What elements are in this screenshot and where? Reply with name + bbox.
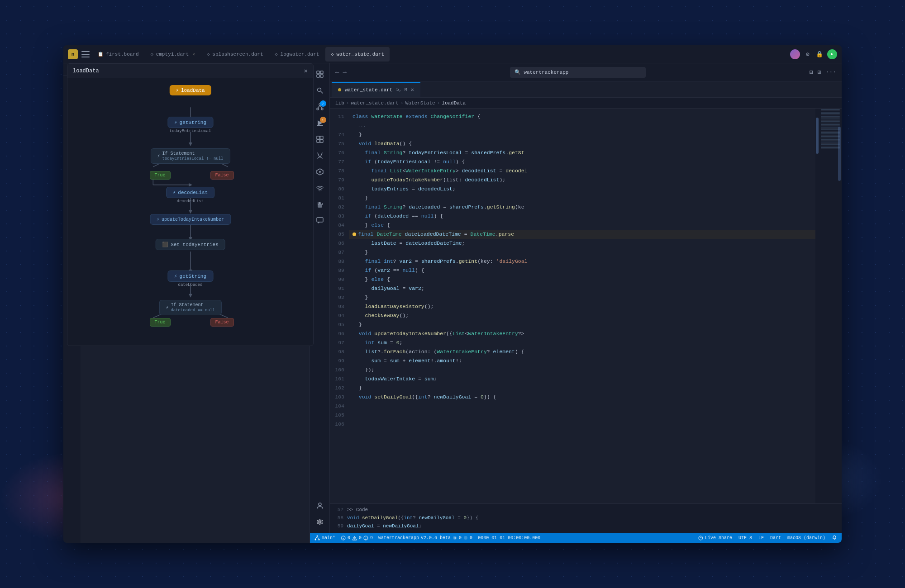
status-app-name[interactable]: watertrackerapp v2.0.6-beta 0 0 0	[378, 536, 472, 541]
node-ifStmt2[interactable]: ⚡ If Statement dateLoaded == null	[159, 300, 221, 315]
status-errors[interactable]: ✕ 0 ! 0 i 9	[341, 536, 373, 541]
status-language[interactable]: Dart	[770, 536, 781, 541]
sidebar-icon-settings[interactable]	[313, 515, 327, 529]
sidebar-icon-explorer[interactable]	[313, 67, 327, 81]
status-branch[interactable]: main*	[314, 535, 335, 541]
node-start-box[interactable]: ⚡ loadData	[169, 85, 211, 95]
tab-empty1[interactable]: ◇ empty1.dart ✕	[145, 47, 201, 62]
settings-icon-btn[interactable]: ⚙	[804, 50, 812, 58]
rcode-90: if (var2 == null) {	[349, 266, 815, 275]
user-avatar[interactable]	[790, 49, 800, 59]
sidebar-icon-source-control[interactable]: 7	[313, 100, 327, 114]
status-platform[interactable]: macOS (darwin)	[787, 536, 825, 541]
sidebar-icon-wifi[interactable]	[313, 181, 327, 195]
bc-lib[interactable]: lib	[335, 100, 344, 106]
rcode-102: });	[349, 365, 815, 375]
node-decodeList[interactable]: ⚡ decodeList decodedList	[166, 187, 215, 204]
rcode-85: } else {	[349, 221, 815, 230]
tab-logwater[interactable]: ◇ logwater.dart	[270, 47, 325, 62]
node-start[interactable]: ⚡ loadData	[169, 85, 211, 95]
svg-line-5	[320, 91, 322, 93]
bottom-code-text: >> Code void setDailyGoal({int? newDaily…	[347, 506, 842, 531]
false-btn-2[interactable]: False	[210, 318, 234, 327]
ifStmt2-icon: ⚡	[166, 305, 168, 310]
nav-forward-btn[interactable]: →	[343, 69, 346, 76]
status-live-share[interactable]: Live Share	[698, 536, 732, 541]
status-left: main* ✕ 0 ! 0 i 9 watertrackerapp v2.0.6…	[314, 535, 540, 541]
split-editor-icon[interactable]: ⊟	[810, 69, 813, 76]
status-encoding[interactable]: UTF-8	[738, 536, 752, 541]
sidebar-icon-chat[interactable]	[313, 213, 327, 228]
right-scrollbar[interactable]	[815, 109, 819, 503]
tab-close-1[interactable]: ✕	[192, 52, 195, 57]
more-icon[interactable]: ···	[826, 69, 836, 76]
right-topbar: ← → 🔍 watertrackerapp ⊟ ⊞ ···	[330, 63, 842, 81]
sidebar-icon-hand[interactable]	[313, 197, 327, 212]
sidebar-icon-run-debug[interactable]: 1	[313, 116, 327, 130]
node-ifStmt2-box[interactable]: ⚡ If Statement dateLoaded == null	[159, 300, 221, 315]
status-right: Live Share UTF-8 LF Dart macOS (darwin)	[698, 535, 837, 541]
bc-file[interactable]: water_state.dart	[351, 100, 399, 106]
rcode-92: dailyGoal = var2;	[349, 284, 815, 293]
rcode-103: todayWaterIntake = sum;	[349, 375, 815, 384]
tab-splashscreen[interactable]: ◇ splashscreen.dart	[201, 47, 268, 62]
search-bar[interactable]: 🔍 watertrackerapp	[510, 67, 646, 78]
getString1-icon: ⚡	[174, 119, 177, 125]
nowa-logo[interactable]: n	[68, 49, 78, 59]
bc-class[interactable]: WaterState	[405, 100, 435, 106]
rcode-104: }	[349, 384, 815, 393]
svg-line-32	[317, 537, 319, 539]
node-updateToday-box[interactable]: ⚡ updateTodayIntakeNumber	[150, 214, 231, 225]
minimap-scrollbar[interactable]	[838, 127, 841, 181]
hamburger-icon[interactable]	[81, 51, 90, 57]
node-getString1-box[interactable]: ⚡ getString	[167, 117, 213, 128]
svg-point-30	[319, 539, 320, 541]
node-getString2[interactable]: ⚡ getString dateLoaded	[167, 270, 213, 287]
node-ifStmt1[interactable]: ⚡ If Statement todayEntriesLocal != null	[150, 148, 230, 164]
node-getString2-box[interactable]: ⚡ getString	[167, 270, 213, 282]
node-setToday[interactable]: ⬛ Set todayEntries	[155, 239, 225, 250]
tab-water-state[interactable]: ◇ water_state.dart	[325, 47, 390, 62]
svg-rect-13	[317, 136, 320, 139]
layout-icon[interactable]: ⊞	[818, 69, 821, 76]
run-debug-badge: 1	[320, 117, 326, 123]
true-btn-1[interactable]: True	[150, 171, 171, 180]
node-decodeList-box[interactable]: ⚡ decodeList	[166, 187, 215, 198]
flow-content: ⚡ loadData ⚡ getString todayEntriesLocal…	[67, 78, 313, 346]
svg-rect-3	[320, 75, 323, 77]
sidebar-icon-test[interactable]	[313, 148, 327, 163]
rcode-94: loadLastDaysHistory();	[349, 302, 815, 311]
flow-close-btn[interactable]: ✕	[304, 67, 308, 75]
right-code-content: class WaterState extends ChangeNotifier …	[349, 109, 815, 503]
svg-point-29	[315, 539, 316, 541]
bc-method[interactable]: loadData	[442, 100, 466, 106]
title-bar-right: ⚙ 🔒 ▶	[790, 49, 837, 59]
search-text: watertrackerapp	[524, 70, 568, 75]
rcode-89: final int? var2 = sharedPrefs.getInt(key…	[349, 257, 815, 266]
node-ifStmt1-box[interactable]: ⚡ If Statement todayEntriesLocal != null	[150, 148, 230, 164]
status-eol[interactable]: LF	[758, 536, 764, 541]
nav-back-btn[interactable]: ←	[335, 69, 339, 76]
dart-icon-3: ◇	[275, 52, 278, 57]
node-getString1[interactable]: ⚡ getString todayEntriesLocal	[167, 117, 213, 133]
file-tab-close[interactable]: ✕	[411, 86, 414, 93]
play-button[interactable]: ▶	[827, 49, 837, 59]
getString1-sublabel: todayEntriesLocal	[170, 129, 211, 133]
sidebar-icon-account[interactable]	[313, 498, 327, 513]
tab-bar: 📋 first.board ◇ empty1.dart ✕ ◇ splashsc…	[92, 47, 787, 62]
node-setToday-box[interactable]: ⬛ Set todayEntries	[155, 239, 225, 250]
node-updateToday[interactable]: ⚡ updateTodayIntakeNumber	[150, 214, 231, 225]
svg-point-41	[699, 536, 703, 540]
tab-first-board[interactable]: 📋 first.board	[92, 47, 144, 62]
sidebar-icon-nowa[interactable]	[313, 165, 327, 179]
sidebar-icon-extensions[interactable]	[313, 132, 327, 147]
sidebar-icon-search[interactable]	[313, 83, 327, 98]
false-btn-1[interactable]: False	[210, 171, 234, 180]
lock-icon-btn[interactable]: 🔒	[815, 50, 824, 58]
file-tab-water-state[interactable]: water_state.dart 5, M ✕	[332, 82, 420, 97]
svg-rect-24	[322, 203, 323, 205]
status-notifications[interactable]	[832, 535, 837, 541]
bc-sep-3: ›	[437, 100, 440, 106]
svg-text:i: i	[365, 537, 367, 541]
true-btn-2[interactable]: True	[150, 318, 171, 327]
